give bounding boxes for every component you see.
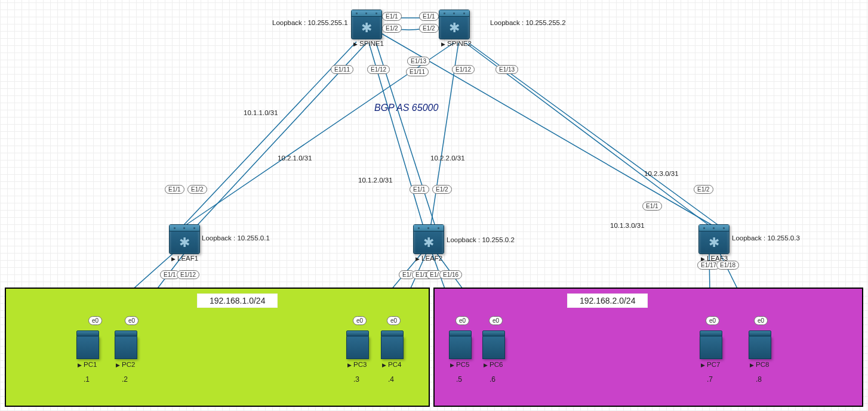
leaf2-e12: E1/2: [432, 185, 452, 194]
spine2-e11-in: E1/1: [419, 12, 439, 21]
pc6-ip: .6: [490, 375, 495, 384]
pc5-port: e0: [455, 316, 469, 325]
leaf1-e12: E1/2: [187, 185, 207, 194]
spine1-e111: E1/11: [331, 65, 353, 74]
pc4-ip: .4: [388, 375, 394, 384]
spine2-loopback: Loopback : 10.255.255.2: [490, 19, 566, 26]
topology-canvas[interactable]: ✱ SPINE1 Loopback : 10.255.255.1 ✱ SPINE…: [0, 0, 868, 411]
spine1-e112: E1/12: [367, 65, 390, 74]
leaf3-device[interactable]: ✱: [698, 224, 730, 254]
pc6-port: e0: [489, 316, 503, 325]
pc8-port: e0: [754, 316, 768, 325]
spine1-e113: E1/13: [407, 57, 430, 66]
leaf1-loopback: Loopback : 10.255.0.1: [202, 234, 270, 242]
switch-icon: ✱: [361, 20, 372, 36]
pc1-name: PC1: [78, 361, 97, 368]
pc1-device[interactable]: [76, 330, 98, 359]
leaf1-device[interactable]: ✱: [169, 224, 200, 254]
pc2-port: e0: [125, 316, 138, 325]
leaf1-name: LEAF1: [171, 255, 198, 262]
leaf3-acc18: E1/18: [716, 261, 739, 270]
link-1022: 10.2.2.0/31: [430, 154, 465, 162]
pc5-name: PC5: [450, 361, 469, 368]
leaf3-e11: E1/1: [642, 202, 662, 211]
leaf2-device[interactable]: ✱: [413, 224, 444, 254]
leaf1-e11: E1/1: [165, 185, 184, 194]
spine2-e12-in: E1/2: [419, 24, 439, 33]
spine1-loopback: Loopback : 10.255.255.1: [272, 19, 348, 26]
pc7-name: PC7: [701, 361, 720, 368]
pc5-ip: .5: [456, 375, 462, 384]
spine1-device[interactable]: ✱: [351, 10, 382, 39]
switch-icon: ✱: [179, 235, 190, 251]
pc3-name: PC3: [347, 361, 367, 368]
pc2-device[interactable]: [115, 330, 136, 359]
link-1012: 10.1.2.0/31: [358, 177, 393, 184]
pc3-port: e0: [353, 316, 367, 325]
leaf2-name: LEAF2: [415, 255, 442, 262]
pc7-ip: .7: [707, 375, 713, 384]
pc5-device[interactable]: [449, 330, 470, 359]
subnet1-label: 192.168.1.0/24: [197, 293, 278, 308]
pc6-device[interactable]: [482, 330, 504, 359]
pc1-port: e0: [88, 316, 102, 325]
pc6-name: PC6: [484, 361, 503, 368]
switch-icon: ✱: [709, 235, 719, 251]
pc7-port: e0: [706, 316, 719, 325]
pc8-device[interactable]: [749, 330, 770, 359]
pc1-ip: .1: [84, 375, 90, 384]
spine1-e11: E1/1: [382, 12, 402, 21]
spine1-name: SPINE1: [353, 40, 384, 47]
pc4-device[interactable]: [381, 330, 402, 359]
bgp-as-label: BGP AS 65000: [374, 103, 438, 113]
leaf2-e11: E1/1: [410, 185, 429, 194]
spine1-e12: E1/2: [382, 24, 402, 33]
leaf3-e12: E1/2: [694, 185, 713, 194]
leaf2-acc16: E1/16: [439, 270, 462, 279]
link-1023: 10.2.3.0/31: [644, 170, 679, 177]
pc8-name: PC8: [750, 361, 769, 368]
pc8-ip: .8: [756, 375, 762, 384]
pc2-ip: .2: [122, 375, 128, 384]
link-1013: 10.1.3.0/31: [610, 222, 645, 229]
spine2-name: SPINE2: [441, 40, 472, 47]
spine2-e111: E1/11: [406, 67, 429, 76]
switch-icon: ✱: [423, 235, 434, 251]
spine2-device[interactable]: ✱: [439, 10, 470, 39]
leaf1-acc12: E1/12: [177, 270, 199, 279]
subnet2-label: 192.168.2.0/24: [567, 293, 648, 308]
link-1021: 10.2.1.0/31: [278, 154, 312, 162]
spine2-e112: E1/12: [452, 65, 475, 74]
pc2-name: PC2: [116, 361, 135, 368]
pc4-name: PC4: [382, 361, 401, 368]
leaf2-loopback: Loopback : 10.255.0.2: [447, 236, 515, 243]
pc4-port: e0: [387, 316, 401, 325]
leaf3-loopback: Loopback : 10.255.0.3: [732, 234, 800, 242]
pc3-ip: .3: [353, 375, 359, 384]
pc7-device[interactable]: [700, 330, 721, 359]
link-1011: 10.1.1.0/31: [244, 109, 278, 116]
switch-icon: ✱: [449, 20, 460, 36]
pc3-device[interactable]: [346, 330, 368, 359]
spine2-e113: E1/13: [495, 65, 518, 74]
